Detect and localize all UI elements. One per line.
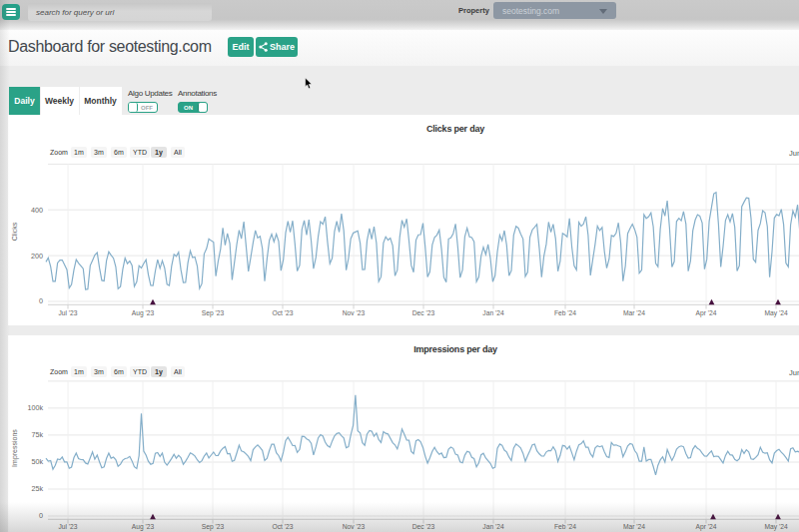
svg-text:Oct '23: Oct '23 (273, 309, 294, 316)
svg-text:Feb '24: Feb '24 (554, 523, 576, 530)
svg-text:Jan '24: Jan '24 (482, 309, 504, 316)
svg-text:0: 0 (39, 511, 43, 520)
svg-text:May '24: May '24 (764, 309, 787, 317)
svg-text:Mar '24: Mar '24 (623, 523, 645, 530)
svg-text:Aug '23: Aug '23 (132, 523, 155, 531)
svg-text:Oct '23: Oct '23 (273, 523, 294, 530)
svg-text:Apr '24: Apr '24 (696, 309, 717, 317)
svg-text:0: 0 (39, 296, 43, 305)
svg-text:Sep '23: Sep '23 (202, 523, 225, 531)
svg-text:May '24: May '24 (764, 523, 787, 531)
svg-text:Nov '23: Nov '23 (343, 523, 366, 530)
svg-text:Nov '23: Nov '23 (343, 309, 366, 316)
svg-text:Jan '24: Jan '24 (482, 523, 504, 530)
svg-text:25k: 25k (31, 484, 43, 493)
svg-text:Jul '23: Jul '23 (58, 309, 77, 316)
svg-text:100k: 100k (27, 403, 43, 412)
svg-text:Dec '23: Dec '23 (412, 309, 435, 316)
svg-text:75k: 75k (31, 430, 43, 439)
svg-text:Impressions: Impressions (11, 429, 19, 467)
svg-text:Mar '24: Mar '24 (623, 309, 645, 316)
svg-text:Jul '23: Jul '23 (58, 523, 77, 530)
svg-text:200: 200 (31, 252, 43, 261)
svg-text:Clicks: Clicks (11, 222, 18, 241)
svg-text:Aug '23: Aug '23 (132, 309, 155, 317)
svg-text:400: 400 (31, 206, 43, 215)
svg-text:Feb '24: Feb '24 (554, 309, 576, 316)
svg-text:Apr '24: Apr '24 (696, 523, 717, 531)
svg-text:Sep '23: Sep '23 (202, 309, 225, 317)
svg-text:Dec '23: Dec '23 (412, 523, 435, 530)
svg-text:50k: 50k (31, 457, 43, 466)
